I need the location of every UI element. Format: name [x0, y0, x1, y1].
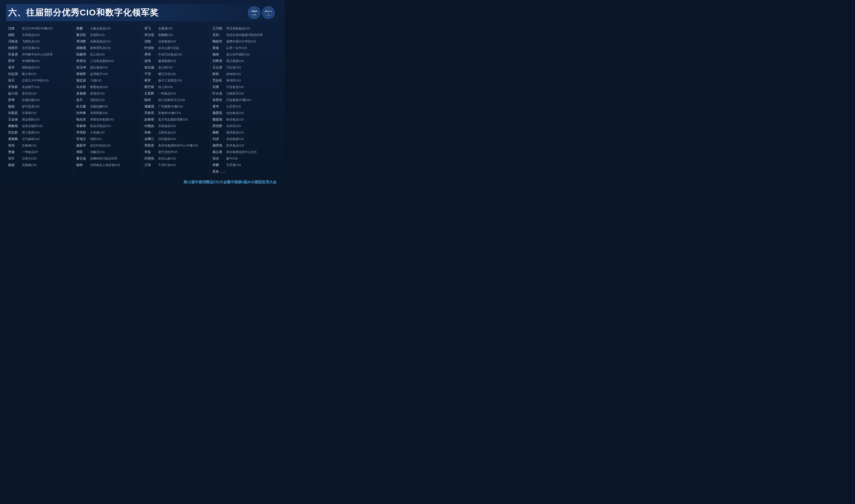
person-name: 魏嘉德 [213, 117, 225, 122]
person-name: 张琦 [8, 143, 20, 148]
person-name: 冯海龙 [8, 39, 20, 44]
list-item: 刘志权双汇集团CIO [8, 130, 72, 135]
person-title: 今世缘CIO [90, 130, 105, 135]
person-title: 蒙牛CIO [226, 156, 238, 161]
person-title: 汉堡王大中华区CIO [22, 78, 49, 83]
person-name: 朱荣伦 [76, 58, 88, 64]
person-name: 施新华 [76, 143, 88, 148]
person-title: 认养一头牛CIO [226, 46, 247, 50]
list-item: 李维群今世缘CIO [76, 130, 140, 135]
list-item: 杨云勇茅台集团信息中心主任 [213, 149, 277, 155]
person-name: 于亮 [144, 72, 157, 76]
list-item: 蒋军扬子江龙凤堂CIO [144, 78, 208, 83]
person-name: 王天刚 [213, 26, 225, 31]
list-item: 张天汉堡王CIO [8, 156, 72, 161]
person-name: 钱永庆 [76, 117, 88, 122]
person-title: 雨润食品CIO [226, 130, 244, 135]
person-name: 谈伟 [144, 58, 157, 64]
person-name: 邓润辉 [76, 39, 88, 44]
list-item: 朱荣伦八马茶业股份CIO [76, 58, 140, 64]
person-name: 葛舟 [8, 65, 20, 70]
person-title: 祖名豆制品CIO [90, 124, 111, 128]
person-title: 五芳斋CIO [226, 163, 241, 167]
person-name: 马永权 [76, 85, 88, 89]
person-title: 金红叶纸业CIO [90, 143, 111, 148]
list-item: 施新华金红叶纸业CIO [76, 143, 140, 148]
person-name: 赵小忠 [8, 91, 20, 96]
person-name: 邢宪辉 [213, 124, 225, 128]
person-title: 新希望乳业CIO [90, 46, 111, 50]
list-item: 王星辉一鸣食品CIO [144, 91, 208, 96]
list-item: 鲍毅雨润食品CIO [213, 130, 277, 135]
list-item: 陈莉娃哈哈CIO [213, 72, 277, 76]
person-title: 水井坊CIO [226, 124, 241, 128]
list-item: 袁春婉道道全CIO [76, 91, 140, 96]
page-title: 六、往届部分优秀CIO和数字化领军奖 [8, 7, 159, 18]
person-title: 隆力奇CIO [22, 72, 37, 76]
list-item: 郑飞金徽酒CIO [144, 26, 208, 31]
person-title: 杜康控股CIO [22, 98, 40, 103]
person-title: 盐津铺子CIO [90, 72, 108, 76]
list-item: 董文波东鹏特饮IT副总经理 [76, 156, 140, 161]
list-item: 于亮狮王日化CIO [144, 72, 208, 76]
person-title: 荷兰皇家菲仕兰CIO [158, 98, 185, 103]
list-item: 邢宪辉水井坊CIO [213, 124, 277, 128]
person-name: 魏爱莲 [213, 111, 225, 115]
person-title: 中饮巴比食品CIO [158, 52, 182, 57]
person-title: 东阿阿胶CIO [90, 111, 108, 115]
list-item: 潘建国广州酒家VP兼CIO [144, 104, 208, 109]
list-item: 郭华华润啤酒CIO [8, 58, 72, 64]
list-item: 姚靖嘉士伯中国区CIO [213, 52, 277, 57]
person-name: 沈锋 [8, 26, 20, 31]
header: 六、往届部分优秀CIO和数字化领军奖 消费精英 CIO 俱乐部 消费行业CIO … [6, 4, 279, 21]
list-item: 段建明煌上煌CIO [76, 52, 140, 57]
person-title: 蓝月亮总裁助理兼CIO [158, 117, 188, 122]
person-name: 徐朝升 [8, 46, 20, 50]
list-item: 施荣旭安井食品CIO [213, 143, 277, 148]
person-name: 赖毓铭 [8, 124, 20, 128]
svg-text:CIO: CIO [253, 12, 255, 14]
person-name: 杜文隆 [76, 104, 88, 109]
person-title: 卫岗乳业CIO [158, 130, 176, 135]
person-title: 飞鹤乳业CIO [22, 39, 40, 44]
person-title: 君乐宝CIO [22, 91, 37, 96]
person-name: 高天 [76, 97, 88, 103]
person-title: 百草味CIO [22, 111, 37, 115]
person-name: 蒋朝晖 [76, 72, 88, 76]
person-title: 光明食品上海农场CIO [90, 163, 120, 167]
person-name: 杨锟 [8, 104, 20, 109]
person-title: 八马茶业股份CIO [90, 59, 114, 64]
person-name: 刘志强 [8, 72, 20, 76]
list-item: 张君玲丹姿集团VP兼CIO [213, 97, 277, 103]
list-item: 周阳冷酸灵CIO [76, 149, 140, 155]
footer-text: 第12届中国消费品CIO大会暨中国第4届AI大模型应用大会 [183, 180, 277, 184]
person-title: 香飘飘CIO [158, 33, 173, 37]
person-name: 王云涛 [213, 65, 225, 70]
content-grid: 沈锋宝洁大中华区VP兼CIO姚凯天邦食品CIO冯海龙飞鹤乳业CIO徐朝升古井贡酒… [6, 26, 279, 176]
person-title: 安吉尔净水集团IT部总经理 [226, 33, 263, 37]
person-title: 星巴克技术VP [158, 150, 178, 155]
person-name: 熊鹏 [76, 26, 88, 31]
person-title: 贝发集团CIO [158, 39, 176, 44]
person-title: 嘉士伯中国区CIO [226, 52, 250, 57]
list-item: 刘希伟禹王集团CIO [213, 58, 277, 64]
list-item: 乔新亮彩食鲜VP兼CTO [144, 111, 208, 115]
list-item: 更多........ [213, 169, 277, 174]
person-name: 沈刚 [144, 39, 157, 44]
person-title: 天邦食品CIO [22, 33, 40, 37]
person-title: 习酒CIO [90, 78, 102, 83]
person-title: 金徽酒CIO [158, 26, 173, 31]
list-item: 魏爱莲治治食品CIO [213, 111, 277, 115]
person-name: 蒲定波 [76, 78, 88, 83]
list-item: 张玉坤国台酒业CIO [76, 65, 140, 70]
list-item: 叶火龙九牧厨卫CIO [213, 91, 277, 96]
person-name: 刘勇 [213, 85, 225, 89]
person-name: 张天 [8, 78, 20, 83]
person-name: 骆静 [76, 163, 88, 167]
person-title: 万生堂CIO [226, 65, 241, 70]
list-item: 钱永庆草根知本集团CIO [76, 117, 140, 122]
list-item: 官海文利郎CIO [76, 137, 140, 141]
person-title: 无限极CIO [22, 163, 37, 167]
person-name: 邵博 [8, 97, 20, 103]
list-item: 吴剑安吉尔净水集团IT部总经理 [213, 33, 277, 37]
